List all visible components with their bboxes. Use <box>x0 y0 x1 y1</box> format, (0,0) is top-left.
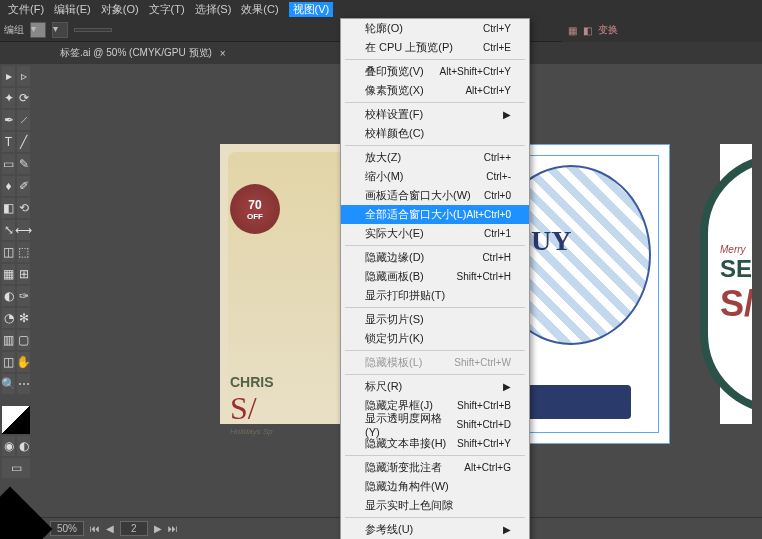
stroke-select[interactable] <box>74 28 112 32</box>
pen-tool[interactable]: ✒ <box>2 110 15 130</box>
artboard-nav[interactable]: 2 <box>120 521 148 536</box>
menu-item[interactable]: 叠印预览(V)Alt+Shift+Ctrl+Y <box>341 62 529 81</box>
menu-item[interactable]: 画板适合窗口大小(W)Ctrl+0 <box>341 186 529 205</box>
menu-item[interactable]: 标尺(R)▶ <box>341 377 529 396</box>
fill-stroke-swap[interactable] <box>2 406 30 434</box>
stroke-swatch[interactable]: ▾ <box>52 22 68 38</box>
season-text: Merry SEA S/ <box>720 244 752 325</box>
rect-tool[interactable]: ▭ <box>2 154 15 174</box>
menu-item[interactable]: 轮廓(O)Ctrl+Y <box>341 19 529 38</box>
direct-select-tool[interactable]: ▹ <box>17 66 30 86</box>
brush-tool[interactable]: ✎ <box>17 154 30 174</box>
menu-effect[interactable]: 效果(C) <box>241 2 278 17</box>
shaper-tool[interactable]: ♦ <box>2 176 15 196</box>
menu-item[interactable]: 显示打印拼贴(T) <box>341 286 529 305</box>
sa-text: S/ <box>720 283 752 325</box>
uy-text: UY <box>531 225 571 257</box>
sale-badge: 70 OFF <box>230 184 280 234</box>
panel-icon[interactable]: ▦ <box>568 25 577 36</box>
close-icon[interactable]: × <box>220 48 226 59</box>
gradient-tool[interactable]: ◐ <box>2 286 15 306</box>
selection-tool[interactable]: ▸ <box>2 66 15 86</box>
fill-swatch[interactable]: ▾ <box>30 22 46 38</box>
menu-item[interactable]: 参考线(U)▶ <box>341 520 529 539</box>
menu-item[interactable]: 全部适合窗口大小(L)Alt+Ctrl+0 <box>341 205 529 224</box>
blend-tool[interactable]: ◔ <box>2 308 15 328</box>
symbol-tool[interactable]: ✻ <box>17 308 30 328</box>
nav-last-icon[interactable]: ⏭ <box>168 523 178 534</box>
artboard-1: 70 OFF CHRIS S/ Holidays Sp <box>220 144 360 424</box>
menu-item[interactable]: 锁定切片(K) <box>341 329 529 348</box>
sale-off: OFF <box>247 212 263 221</box>
menu-item[interactable]: 隐藏文本串接(H)Shift+Ctrl+Y <box>341 434 529 453</box>
menu-item[interactable]: 隐藏边角构件(W) <box>341 477 529 496</box>
menu-object[interactable]: 对象(O) <box>101 2 139 17</box>
eyedropper-tool[interactable]: ✑ <box>17 286 30 306</box>
menu-item[interactable]: 校样颜色(C) <box>341 124 529 143</box>
menu-item[interactable]: 放大(Z)Ctrl++ <box>341 148 529 167</box>
control-label: 编组 <box>4 23 24 37</box>
nav-first-icon[interactable]: ⏮ <box>90 523 100 534</box>
shape-builder-tool[interactable]: ⬚ <box>17 242 30 262</box>
menu-view[interactable]: 视图(V) <box>289 2 334 17</box>
panel-icon[interactable]: ◧ <box>583 25 592 36</box>
scale-tool[interactable]: ⤡ <box>2 220 15 240</box>
free-transform-tool[interactable]: ◫ <box>2 242 15 262</box>
menu-item[interactable]: 隐藏画板(B)Shift+Ctrl+H <box>341 267 529 286</box>
sea-text: SEA <box>720 255 752 283</box>
curvature-tool[interactable]: ⟋ <box>17 110 30 130</box>
menu-item[interactable]: 像素预览(X)Alt+Ctrl+Y <box>341 81 529 100</box>
pencil-tool[interactable]: ✐ <box>17 176 30 196</box>
screen-mode[interactable]: ▭ <box>2 458 30 478</box>
nav-next-icon[interactable]: ▶ <box>154 523 162 534</box>
menu-item: 隐藏模板(L)Shift+Ctrl+W <box>341 353 529 372</box>
tag-line1: CHRIS <box>230 374 274 390</box>
width-tool[interactable]: ⟷ <box>17 220 30 240</box>
right-panel: ▦ ◧ 变换 <box>562 18 762 42</box>
toolbox: ▸▹ ✦⟳ ✒⟋ T╱ ▭✎ ♦✐ ◧⟲ ⤡⟷ ◫⬚ ▦⊞ ◐✑ ◔✻ ▥▢ ◫… <box>0 64 32 480</box>
menu-item[interactable]: 在 CPU 上预览(P)Ctrl+E <box>341 38 529 57</box>
menu-edit[interactable]: 编辑(E) <box>54 2 91 17</box>
menu-item[interactable]: 缩小(M)Ctrl+- <box>341 167 529 186</box>
menu-item[interactable]: 显示透明度网格(Y)Shift+Ctrl+D <box>341 415 529 434</box>
zoom-select[interactable]: 50% <box>50 521 84 536</box>
sale-pct: 70 <box>248 198 261 212</box>
panel-transform-link[interactable]: 变换 <box>598 23 618 37</box>
perspective-tool[interactable]: ▦ <box>2 264 15 284</box>
menu-item[interactable]: 实际大小(E)Ctrl+1 <box>341 224 529 243</box>
tag-line2: S/ <box>230 390 274 427</box>
nav-prev-icon[interactable]: ◀ <box>106 523 114 534</box>
merry-text: Merry <box>720 244 752 255</box>
menu-text[interactable]: 文字(T) <box>149 2 185 17</box>
zoom-tool[interactable]: 🔍 <box>2 374 15 394</box>
eraser-tool[interactable]: ◧ <box>2 198 15 218</box>
artboard-3: Merry SEA S/ <box>720 144 752 424</box>
menu-select[interactable]: 选择(S) <box>195 2 232 17</box>
rotate-tool[interactable]: ⟲ <box>17 198 30 218</box>
lasso-tool[interactable]: ⟳ <box>17 88 30 108</box>
hand-tool[interactable]: ✋ <box>17 352 30 372</box>
artboard-tool[interactable]: ▢ <box>17 330 30 350</box>
graph-tool[interactable]: ▥ <box>2 330 15 350</box>
menu-item[interactable]: 校样设置(F)▶ <box>341 105 529 124</box>
gradient-mode[interactable]: ◐ <box>17 436 30 456</box>
color-mode[interactable]: ◉ <box>2 436 15 456</box>
tag-line3: Holidays Sp <box>230 427 274 436</box>
view-menu-dropdown: 轮廓(O)Ctrl+Y在 CPU 上预览(P)Ctrl+E叠印预览(V)Alt+… <box>340 18 530 539</box>
menu-item[interactable]: 显示实时上色间隙 <box>341 496 529 515</box>
menu-item[interactable]: 显示切片(S) <box>341 310 529 329</box>
document-tab-label: 标签.ai @ 50% (CMYK/GPU 预览) <box>60 46 212 60</box>
type-tool[interactable]: T <box>2 132 15 152</box>
menu-bar: 文件(F) 编辑(E) 对象(O) 文字(T) 选择(S) 效果(C) 视图(V… <box>0 0 762 18</box>
mesh-tool[interactable]: ⊞ <box>17 264 30 284</box>
line-tool[interactable]: ╱ <box>17 132 30 152</box>
tag-text: CHRIS S/ Holidays Sp <box>230 374 274 436</box>
menu-item[interactable]: 隐藏渐变批注者Alt+Ctrl+G <box>341 458 529 477</box>
menu-item[interactable]: 隐藏边缘(D)Ctrl+H <box>341 248 529 267</box>
slice-tool[interactable]: ◫ <box>2 352 15 372</box>
menu-file[interactable]: 文件(F) <box>8 2 44 17</box>
magic-wand-tool[interactable]: ✦ <box>2 88 15 108</box>
